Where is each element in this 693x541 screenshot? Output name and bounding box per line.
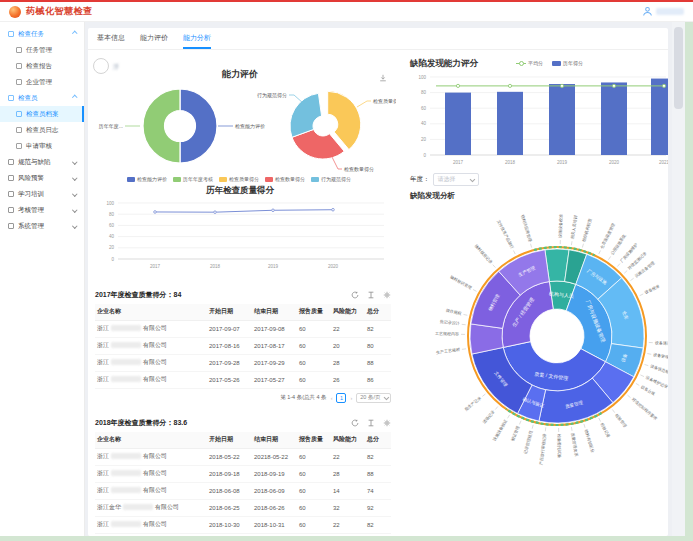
legend-item-0[interactable]: 检查能力评价 bbox=[127, 176, 167, 182]
tab-0[interactable]: 基本信息 bbox=[97, 33, 125, 49]
table-panel-2018: 2018年度检查质量得分：83.6 企业名称开始日期结束日期报告质量风险能力总分… bbox=[95, 417, 391, 534]
sidebar-item-label: 检查任务 bbox=[18, 30, 44, 39]
sidebar-item-11[interactable]: 考核管理 bbox=[0, 202, 84, 218]
bar-legend-item-1[interactable]: 历年得分 bbox=[552, 60, 583, 66]
sidebar-item-8[interactable]: 规范与缺陷 bbox=[0, 154, 84, 170]
sunburst-outer-label: 批记录设计 bbox=[440, 319, 460, 326]
bar-2020[interactable] bbox=[601, 82, 627, 155]
sidebar-item-10[interactable]: 学习培训 bbox=[0, 186, 84, 202]
tab-2[interactable]: 能力分析 bbox=[183, 33, 211, 49]
company-name-prefix: 浙江 bbox=[97, 342, 109, 348]
pie-callout-label: 检查质量得分 bbox=[373, 98, 396, 105]
menu-item-icon bbox=[8, 191, 14, 197]
x-tick-label: 2021 bbox=[659, 160, 668, 165]
table-cell: 2018-09-19 bbox=[252, 465, 297, 482]
menu-item-icon bbox=[8, 207, 14, 213]
column-header: 企业名称 bbox=[95, 432, 207, 448]
sidebar-item-5[interactable]: 检查员档案 bbox=[0, 106, 84, 122]
scrollbar[interactable] bbox=[672, 22, 685, 536]
sunburst-outer-label: 设备台账 bbox=[640, 384, 656, 397]
export-icon[interactable] bbox=[367, 291, 375, 299]
table-cell: 2017-09-08 bbox=[252, 320, 297, 337]
sidebar-item-2[interactable]: 检查报告 bbox=[0, 58, 84, 74]
company-name-cell: 浙江有限公司 bbox=[95, 371, 207, 388]
sidebar-item-label: 规范与缺陷 bbox=[18, 158, 51, 167]
refresh-icon[interactable] bbox=[351, 291, 359, 299]
company-name-prefix: 浙江 bbox=[97, 521, 109, 527]
table-cell: 2018-06-25 bbox=[207, 499, 252, 516]
bar-2019[interactable] bbox=[549, 84, 575, 155]
pie-slice[interactable] bbox=[290, 93, 322, 137]
gear-icon[interactable] bbox=[383, 419, 391, 427]
x-tick-label: 2017 bbox=[150, 264, 161, 269]
company-name-prefix: 浙江 bbox=[97, 453, 109, 459]
table-cell: 2017-09-28 bbox=[207, 354, 252, 371]
company-name-suffix: 有限公司 bbox=[143, 487, 167, 493]
menu-item-icon bbox=[8, 175, 14, 181]
sidebar-item-6[interactable]: 检查员日志 bbox=[0, 122, 84, 138]
sunburst-outer-label: 组织机构职责 bbox=[581, 218, 594, 244]
sidebar-item-7[interactable]: 申请审核 bbox=[0, 138, 84, 154]
x-tick-label: 2020 bbox=[609, 160, 620, 165]
screenshot-edge-bottom bbox=[0, 536, 693, 541]
bar-2018[interactable] bbox=[497, 92, 523, 155]
tab-1[interactable]: 能力评价 bbox=[140, 33, 168, 49]
sidebar-item-4[interactable]: 检查员 bbox=[0, 90, 84, 106]
menu-item-icon bbox=[16, 127, 22, 133]
pie-slice[interactable] bbox=[180, 89, 217, 163]
redacted-text bbox=[111, 453, 141, 459]
y-tick-label: 60 bbox=[109, 223, 115, 228]
year-filter: 年度： 请选择 bbox=[410, 173, 479, 186]
table-row: 浙江有限公司2018-05-2220218-05-22602282 bbox=[95, 448, 391, 465]
company-name-prefix: 浙江 bbox=[97, 376, 109, 382]
redacted-text bbox=[123, 504, 153, 510]
bar-2017[interactable] bbox=[445, 93, 471, 155]
avg-line-marker bbox=[516, 63, 526, 64]
sunburst-outer-label: 产品放行审核记录 bbox=[538, 433, 547, 465]
legend-label: 平均分 bbox=[528, 60, 543, 66]
sidebar-item-0[interactable]: 检查任务 bbox=[0, 26, 84, 42]
page-size-select[interactable]: 20 条/页 bbox=[356, 393, 391, 403]
sunburst-outer-label: 文件批准产品放行 bbox=[496, 219, 515, 250]
redacted-text bbox=[111, 325, 141, 331]
bar-2021[interactable] bbox=[651, 79, 668, 155]
prev-page-button[interactable]: ‹ bbox=[331, 395, 333, 401]
user-menu[interactable] bbox=[642, 6, 684, 17]
table-cell: 60 bbox=[297, 482, 331, 499]
company-name-prefix: 浙江 bbox=[97, 487, 109, 493]
sunburst-outer-label: 设备状态标识 bbox=[649, 363, 668, 376]
menu-item-icon bbox=[16, 143, 22, 149]
refresh-icon[interactable] bbox=[351, 419, 359, 427]
sunburst-outer-label: 检验记录 bbox=[599, 421, 611, 438]
page-number[interactable]: 1 bbox=[336, 393, 346, 403]
year-select-placeholder: 请选择 bbox=[438, 175, 456, 184]
table-panel-2017: 2017年度检查质量得分：84 企业名称开始日期结束日期报告质量风险能力总分浙江… bbox=[95, 289, 391, 403]
gear-icon[interactable] bbox=[383, 291, 391, 299]
legend-swatch bbox=[265, 177, 273, 182]
sidebar-item-3[interactable]: 企业管理 bbox=[0, 74, 84, 90]
table-cell: 82 bbox=[365, 516, 391, 533]
sidebar-item-9[interactable]: 风险预警 bbox=[0, 170, 84, 186]
legend-item-3[interactable]: 检查数量得分 bbox=[265, 176, 305, 182]
table-cell: 60 bbox=[297, 516, 331, 533]
bar-legend-item-0[interactable]: 平均分 bbox=[516, 60, 543, 66]
table-cell: 60 bbox=[297, 465, 331, 482]
scrollbar-thumb[interactable] bbox=[674, 27, 683, 109]
legend-item-2[interactable]: 检查质量得分 bbox=[219, 176, 259, 182]
legend-item-4[interactable]: 行为规范得分 bbox=[311, 176, 351, 182]
table-cell: 26 bbox=[331, 371, 365, 388]
sidebar-item-12[interactable]: 系统管理 bbox=[0, 218, 84, 234]
sunburst-outer-label: 批生产记录 bbox=[463, 395, 482, 411]
year-select[interactable]: 请选择 bbox=[433, 173, 479, 186]
sidebar-item-label: 学习培训 bbox=[18, 190, 44, 199]
pie-slice[interactable] bbox=[143, 89, 180, 163]
redacted-text bbox=[111, 342, 141, 348]
export-icon[interactable] bbox=[367, 419, 375, 427]
legend-item-1[interactable]: 历年年度考核 bbox=[173, 176, 213, 182]
sidebar-item-1[interactable]: 任务管理 bbox=[0, 42, 84, 58]
pie-callout-label: 历年年度... bbox=[98, 123, 123, 130]
defect-sunburst-chart: 机构与人员厂房与设施设备管理质量 / 文件管理生产 / 经营管理厂房与设施仓库设… bbox=[398, 199, 668, 529]
next-page-button[interactable]: › bbox=[350, 395, 352, 401]
sidebar-item-label: 风险预警 bbox=[18, 174, 44, 183]
legend-label: 检查能力评价 bbox=[137, 176, 167, 182]
